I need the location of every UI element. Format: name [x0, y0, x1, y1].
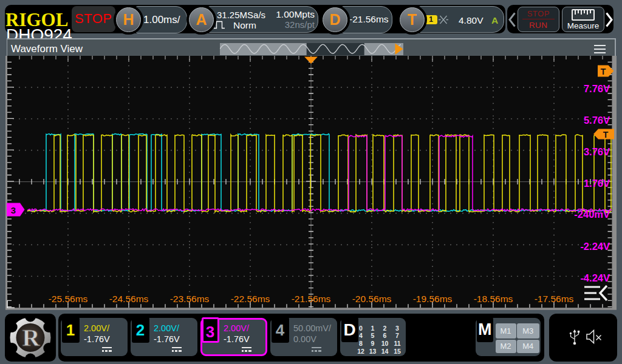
- svg-text:-18.56ms: -18.56ms: [474, 294, 513, 304]
- svg-text:-25.56ms: -25.56ms: [49, 294, 88, 304]
- svg-text:-24.56ms: -24.56ms: [109, 294, 149, 304]
- svg-text:-4.24V: -4.24V: [580, 272, 610, 283]
- svg-text:-19.56ms: -19.56ms: [413, 294, 453, 304]
- svg-text:-23.56ms: -23.56ms: [170, 294, 210, 304]
- svg-text:-2.24V: -2.24V: [580, 241, 610, 252]
- svg-text:T: T: [601, 67, 606, 76]
- svg-text:3: 3: [11, 205, 16, 215]
- svg-text:-22.56ms: -22.56ms: [231, 294, 270, 304]
- svg-text:3.76V: 3.76V: [584, 146, 610, 157]
- svg-text:R: R: [22, 324, 41, 351]
- svg-text:-240mV: -240mV: [574, 209, 610, 220]
- svg-text:1.76V: 1.76V: [584, 178, 610, 189]
- svg-text:-17.56ms: -17.56ms: [535, 294, 574, 304]
- svg-text:7.76V: 7.76V: [584, 83, 610, 94]
- svg-text:5.76V: 5.76V: [584, 115, 610, 126]
- svg-text:-21.56ms: -21.56ms: [292, 294, 331, 304]
- svg-text:-20.56ms: -20.56ms: [352, 294, 392, 304]
- svg-text:T: T: [603, 130, 609, 140]
